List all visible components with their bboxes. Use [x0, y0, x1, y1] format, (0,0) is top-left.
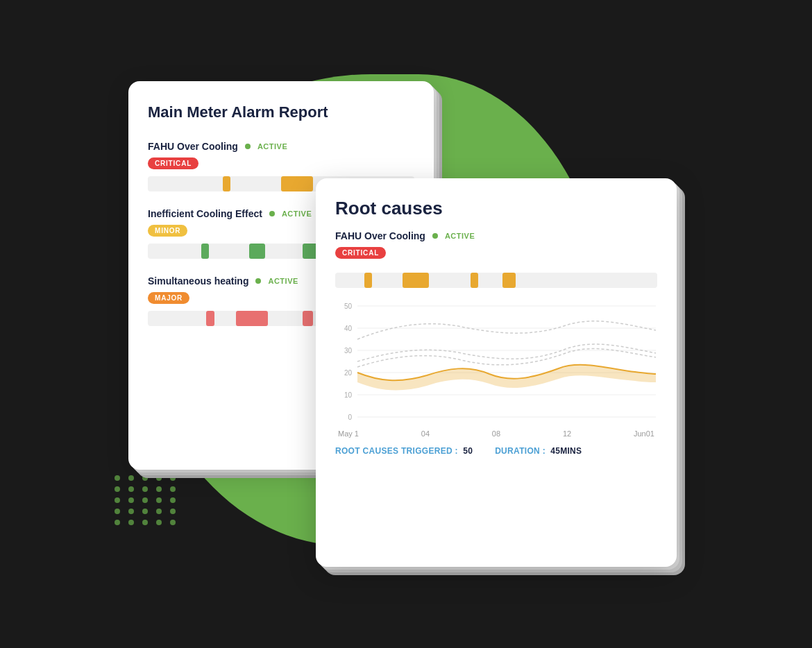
- root-causes-label: ROOT CAUSES TRIGGERED :: [335, 446, 458, 456]
- scene: Main Meter Alarm Report FAHU Over Coolin…: [94, 40, 718, 608]
- x-label-08: 08: [492, 429, 500, 438]
- timeline-seg-1: [223, 176, 231, 191]
- duration-stat: DURATION : 45MINS: [495, 446, 582, 456]
- x-label-jun01: Jun01: [634, 429, 654, 438]
- root-alarm-name: FAHU Over Cooling: [335, 230, 425, 241]
- status-text-fahu: ACTIVE: [257, 142, 287, 151]
- root-causes-value: 50: [463, 446, 473, 456]
- x-label-04: 04: [421, 429, 430, 438]
- alarm-name-fahu: FAHU Over Cooling: [148, 141, 238, 152]
- alarm-name-heating: Simultaneous heating: [148, 275, 248, 287]
- root-chart-svg: 50 40 30 20 10 0: [335, 299, 657, 424]
- root-causes-card: Root causes FAHU Over Cooling ACTIVE CRI…: [316, 178, 677, 567]
- badge-critical-fahu: CRITICAL: [148, 157, 198, 169]
- status-dot-cooling: [269, 211, 275, 216]
- status-text-cooling: ACTIVE: [282, 210, 312, 218]
- root-timeline-seg-4: [502, 273, 516, 288]
- svg-text:30: 30: [344, 347, 353, 355]
- root-status-text: ACTIVE: [445, 232, 475, 240]
- root-timeline-seg-2: [403, 273, 428, 288]
- duration-label: DURATION :: [495, 446, 545, 456]
- svg-text:20: 20: [344, 369, 353, 377]
- footer-stats: ROOT CAUSES TRIGGERED : 50 DURATION : 45…: [335, 446, 657, 456]
- svg-text:10: 10: [344, 391, 353, 399]
- root-causes-stat: ROOT CAUSES TRIGGERED : 50: [335, 446, 473, 456]
- root-chart-container: 50 40 30 20 10 0: [335, 299, 657, 438]
- alarm-name-cooling: Inefficient Cooling Effect: [148, 208, 262, 219]
- root-timeline-bar: [335, 273, 657, 288]
- timeline-seg-h3: [303, 311, 313, 326]
- status-dot-fahu: [245, 144, 251, 149]
- x-label-may1: May 1: [338, 429, 359, 438]
- svg-text:40: 40: [344, 325, 353, 332]
- timeline-seg-c1: [201, 244, 210, 259]
- svg-text:0: 0: [348, 413, 352, 421]
- duration-value: 45MINS: [550, 446, 582, 456]
- badge-minor-cooling: MINOR: [148, 225, 187, 237]
- root-status-dot: [432, 233, 438, 239]
- x-label-12: 12: [563, 429, 571, 438]
- timeline-seg-2: [281, 176, 313, 191]
- chart-x-labels: May 1 04 08 12 Jun01: [335, 429, 657, 438]
- alarm-item-header-fahu: FAHU Over Cooling ACTIVE: [148, 141, 414, 152]
- root-alarm-header: FAHU Over Cooling ACTIVE: [335, 230, 657, 241]
- root-timeline-seg-3: [471, 273, 479, 288]
- root-timeline-seg-1: [364, 273, 373, 288]
- badge-major-heating: MAJOR: [148, 292, 189, 304]
- status-text-heating: ACTIVE: [268, 277, 298, 285]
- alarm-card-title: Main Meter Alarm Report: [148, 103, 414, 121]
- dots-decoration: [115, 475, 178, 525]
- root-card-wrapper: Root causes FAHU Over Cooling ACTIVE CRI…: [316, 178, 677, 567]
- timeline-seg-c2: [249, 244, 265, 259]
- svg-text:50: 50: [344, 302, 353, 310]
- root-badge-critical: CRITICAL: [335, 247, 386, 259]
- status-dot-heating: [255, 278, 261, 284]
- timeline-seg-h2: [236, 311, 268, 326]
- timeline-seg-h1: [206, 311, 214, 326]
- root-card-title: Root causes: [335, 198, 657, 219]
